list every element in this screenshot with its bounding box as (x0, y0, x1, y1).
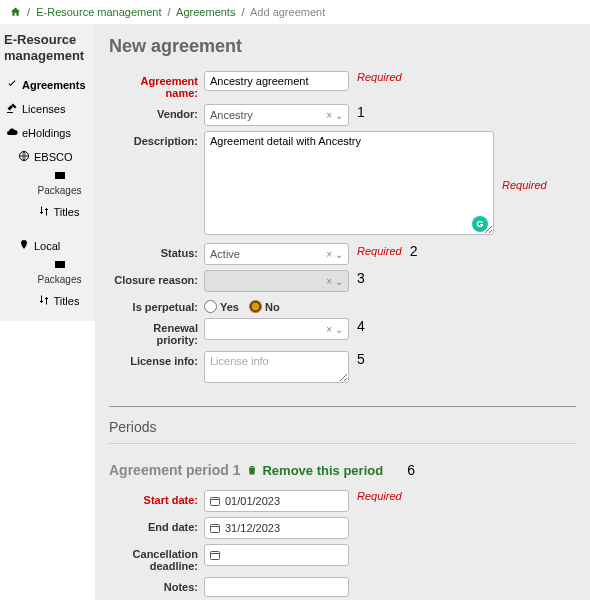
label-vendor: Vendor: (109, 104, 204, 120)
description-textarea[interactable] (204, 131, 494, 235)
svg-rect-4 (211, 525, 220, 533)
label-renewal-priority: Renewal priority: (109, 318, 204, 346)
check-icon (6, 78, 18, 92)
label-notes: Notes: (109, 577, 204, 593)
sidebar-label: Packages (28, 181, 91, 200)
required-text: Required (502, 179, 547, 191)
periods-section-header: Periods (109, 406, 576, 444)
sidebar-item-local-packages[interactable]: Packages (4, 258, 91, 289)
vendor-value: Ancestry (210, 109, 326, 121)
clear-icon[interactable]: × (326, 110, 332, 121)
license-info-textarea[interactable] (204, 351, 349, 383)
home-icon[interactable] (10, 6, 24, 18)
chevron-down-icon[interactable]: ⌄ (335, 249, 343, 260)
agreement-name-input[interactable] (204, 71, 349, 91)
notes-input[interactable] (204, 577, 349, 597)
label-description: Description: (109, 131, 204, 147)
pin-icon (18, 239, 30, 253)
annotation-3: 3 (357, 270, 365, 286)
clear-icon: × (326, 276, 332, 287)
sidebar-title: E-Resource management (4, 32, 91, 63)
clear-icon[interactable]: × (326, 324, 332, 335)
cancellation-deadline-input[interactable] (204, 544, 349, 566)
start-date-input[interactable]: 01/01/2023 (204, 490, 349, 512)
sidebar-label: Packages (28, 270, 91, 289)
sidebar-label: Titles (54, 206, 80, 218)
annotation-6: 6 (407, 462, 415, 478)
sidebar-item-licenses[interactable]: Licenses (4, 97, 91, 121)
annotation-2: 2 (410, 243, 418, 259)
breadcrumb-sep: / (238, 6, 247, 18)
chevron-down-icon[interactable]: ⌄ (335, 324, 343, 335)
sidebar-item-local[interactable]: Local (4, 234, 91, 258)
trash-icon (246, 464, 258, 476)
sidebar-label: eHoldings (22, 127, 71, 139)
sidebar-label: Licenses (22, 103, 65, 115)
end-date-input[interactable]: 31/12/2023 (204, 517, 349, 539)
annotation-4: 4 (357, 318, 365, 334)
archive-icon (28, 258, 91, 270)
svg-rect-2 (55, 261, 65, 268)
breadcrumb: / E-Resource management / Agreements / A… (0, 0, 590, 24)
globe-icon (18, 150, 30, 164)
calendar-icon (209, 549, 221, 561)
sidebar-item-agreements[interactable]: Agreements (4, 73, 91, 97)
required-text: Required (357, 71, 402, 83)
annotation-5: 5 (357, 351, 365, 367)
breadcrumb-current: Add agreement (250, 6, 325, 18)
sidebar-item-ebsco-titles[interactable]: Titles (4, 200, 91, 224)
sidebar-item-ebsco-packages[interactable]: Packages (4, 169, 91, 200)
label-cancellation-deadline: Cancellation deadline: (109, 544, 204, 572)
sidebar: E-Resource management Agreements License… (0, 24, 95, 321)
clear-icon[interactable]: × (326, 249, 332, 260)
closure-reason-select: × ⌄ (204, 270, 349, 292)
chevron-down-icon: ⌄ (335, 276, 343, 287)
status-value: Active (210, 248, 326, 260)
remove-period-button[interactable]: Remove this period (246, 463, 383, 478)
start-date-value: 01/01/2023 (225, 495, 280, 507)
grammarly-icon[interactable]: G (472, 216, 488, 232)
sort-icon (38, 205, 50, 219)
calendar-icon (209, 522, 221, 534)
sidebar-label: EBSCO (34, 151, 73, 163)
end-date-value: 31/12/2023 (225, 522, 280, 534)
sidebar-item-eholdings[interactable]: eHoldings (4, 121, 91, 145)
vendor-select[interactable]: Ancestry × ⌄ (204, 104, 349, 126)
label-end-date: End date: (109, 517, 204, 533)
archive-icon (28, 169, 91, 181)
status-select[interactable]: Active × ⌄ (204, 243, 349, 265)
sort-icon (38, 294, 50, 308)
svg-rect-5 (211, 552, 220, 560)
perpetual-no-radio[interactable]: No (249, 300, 280, 313)
renewal-priority-select[interactable]: × ⌄ (204, 318, 349, 340)
sidebar-label: Titles (54, 295, 80, 307)
breadcrumb-agreements[interactable]: Agreements (176, 6, 235, 18)
breadcrumb-sep: / (165, 6, 174, 18)
label-license-info: License info: (109, 351, 204, 367)
main-content: New agreement Agreement name: Required V… (95, 24, 590, 600)
sidebar-label: Local (34, 240, 60, 252)
label-start-date: Start date: (109, 490, 204, 506)
annotation-1: 1 (357, 104, 365, 120)
svg-rect-3 (211, 498, 220, 506)
calendar-icon (209, 495, 221, 507)
sidebar-label: Agreements (22, 79, 86, 91)
period-title: Agreement period 1 (109, 462, 240, 478)
breadcrumb-erm[interactable]: E-Resource management (36, 6, 161, 18)
sidebar-item-local-titles[interactable]: Titles (4, 289, 91, 313)
page-title: New agreement (109, 36, 576, 57)
required-text: Required (357, 245, 402, 257)
remove-period-label: Remove this period (262, 463, 383, 478)
required-text: Required (357, 490, 402, 502)
gavel-icon (6, 102, 18, 116)
sidebar-item-ebsco[interactable]: EBSCO (4, 145, 91, 169)
label-status: Status: (109, 243, 204, 259)
svg-rect-1 (55, 172, 65, 179)
perpetual-yes-radio[interactable]: Yes (204, 300, 239, 313)
label-closure-reason: Closure reason: (109, 270, 204, 286)
breadcrumb-sep: / (24, 6, 33, 18)
label-is-perpetual: Is perpetual: (109, 297, 204, 313)
label-agreement-name: Agreement name: (109, 71, 204, 99)
cloud-icon (6, 126, 18, 140)
chevron-down-icon[interactable]: ⌄ (335, 110, 343, 121)
